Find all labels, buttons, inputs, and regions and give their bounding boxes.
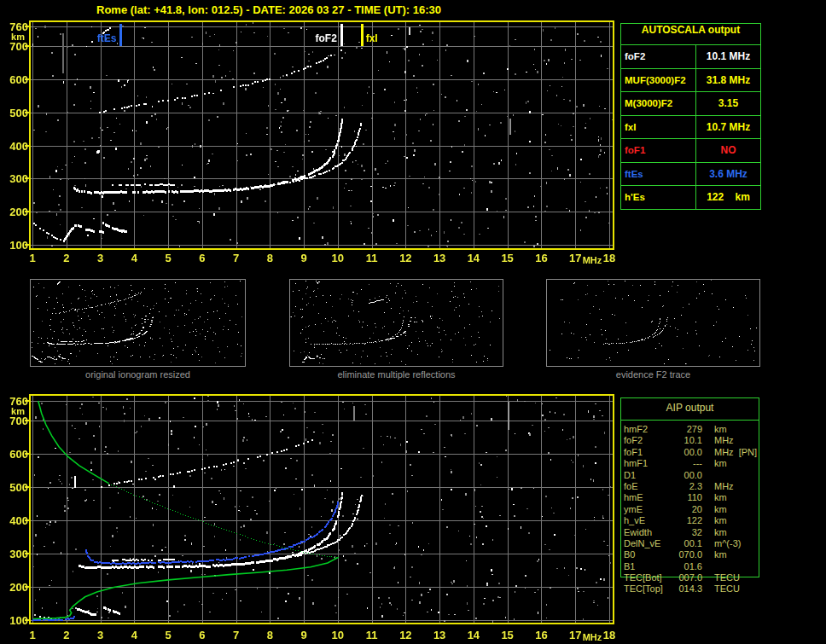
top-ionogram-x-tick-label: 1	[20, 252, 44, 264]
top-ionogram-x-tick-label: 13	[428, 252, 451, 264]
aip-aiplabel-Ewidth: Ewidth	[624, 527, 673, 538]
aip-aipval-h_vE: 122	[673, 515, 702, 526]
bottom-ionogram-x-tick-label: 9	[292, 629, 316, 641]
aip-aipval-hmF1: ---	[673, 458, 702, 469]
bottom-ionogram-x-tick-label: 13	[428, 629, 451, 641]
bottom-ionogram-y-tick-label: 500	[0, 481, 28, 494]
top-ionogram-canvas	[21, 17, 619, 256]
autoscala-param-label: ftEs	[621, 163, 696, 186]
thumbnail-eliminate-canvas	[290, 280, 503, 366]
top-ionogram-x-tick-label: 10	[326, 252, 350, 264]
autoscala-row-M(3000)F2: M(3000)F23.15	[621, 92, 760, 116]
aip-aipunit-DelN_vE: m^(-3)	[702, 538, 759, 549]
aip-aiplabel-ymE: ymE	[624, 504, 673, 515]
top-ionogram-x-tick-label: 5	[156, 252, 180, 264]
marker-label-foF2: foF2	[286, 32, 337, 44]
autoscala-param-label: foF2	[621, 45, 696, 68]
bottom-ionogram-x-tick-label: 2	[55, 629, 79, 641]
thumbnail-f2-canvas	[547, 280, 759, 366]
autoscala-param-label: h'Es	[621, 186, 696, 209]
aip-aipunit-B1	[702, 561, 759, 572]
aip-aipunit-hmF2: km	[702, 424, 759, 435]
aip-aipunit-D1	[702, 470, 759, 481]
autoscala-param-label: M(3000)F2	[621, 92, 696, 115]
aip-aiplabel-TEC[Bot]: TEC[Bot]	[624, 572, 673, 583]
autoscala-row-h'Es: h'Es122 km	[621, 186, 760, 209]
aip-aipunit-TEC[Bot]: TECU	[702, 572, 759, 583]
top-ionogram-y-tick-label: 300	[0, 172, 28, 185]
autoscala-rows: foF210.1 MHzMUF(3000)F231.8 MHzM(3000)F2…	[621, 45, 760, 209]
bottom-ionogram-y-axis-unit: km	[0, 406, 25, 416]
aip-aipunit-hmE: km	[702, 492, 759, 503]
bottom-ionogram-x-tick-label: 6	[190, 629, 214, 641]
bottom-ionogram-x-tick-label: 7	[224, 629, 248, 641]
aip-aipval-B1: 01.6	[673, 561, 702, 572]
aip-aipval-foF1: 00.0	[673, 447, 702, 458]
aip-aiplabel-foE: foE	[624, 481, 673, 492]
top-ionogram-x-tick-label: 6	[190, 252, 214, 264]
aip-aipunit-ymE: km	[702, 504, 759, 515]
autoscala-param-value: 122 km	[696, 186, 760, 209]
aip-aipunit-Ewidth: km	[702, 527, 759, 538]
bottom-ionogram-canvas	[21, 389, 619, 631]
aip-aipunit-TEC[Top]: TECU	[702, 583, 759, 595]
bottom-ionogram-y-tick-label: 200	[0, 581, 28, 594]
autoscala-row-ftEs: ftEs3.6 MHz	[621, 163, 760, 187]
aip-aipval-foF2: 10.1	[673, 435, 702, 446]
bottom-ionogram-y-tick-label: 700	[0, 415, 28, 427]
top-ionogram-x-tick-label: 11	[360, 252, 384, 264]
autoscala-screen: Rome (lat: +41.8, lon: 012.5) - DATE: 20…	[0, 0, 826, 644]
autoscala-param-value: NO	[696, 139, 760, 162]
bottom-ionogram-x-axis-unit: MHz	[579, 632, 605, 642]
autoscala-param-label: MUF(3000)F2	[621, 69, 696, 92]
bottom-ionogram-x-tick-label: 16	[529, 629, 553, 641]
autoscala-row-foF1: foF1NO	[621, 139, 760, 163]
autoscala-param-value: 31.8 MHz	[696, 69, 760, 92]
aip-aipunit-hmF1: km	[702, 458, 759, 469]
autoscala-param-value: 3.15	[696, 92, 760, 115]
thumbnail-eliminate-reflections	[289, 279, 503, 367]
aip-aipval-TEC[Bot]: 007.0	[673, 572, 702, 583]
bottom-ionogram-x-tick-label: 12	[393, 629, 417, 641]
autoscala-param-label: foF1	[621, 139, 696, 162]
aip-aipval-D1: 00.0	[673, 470, 702, 481]
top-ionogram-y-tick-label: 500	[0, 107, 28, 119]
aip-aiplabel-hmF1: hmF1	[624, 458, 673, 469]
aip-rows: hmF2279kmfoF210.1MHzfoF100.0MHz [PN]hmF1…	[624, 424, 759, 595]
aip-aipunit-h_vE: km	[702, 515, 759, 526]
bottom-ionogram-y-tick-label: 100	[0, 614, 28, 627]
top-ionogram-y-axis-unit: km	[0, 32, 25, 42]
aip-aipunit-foF1: MHz [PN]	[702, 447, 759, 458]
aip-aipval-TEC[Top]: 014.3	[673, 583, 702, 595]
top-ionogram-x-tick-label: 7	[224, 252, 248, 264]
bottom-ionogram-x-tick-label: 14	[462, 629, 486, 641]
autoscala-param-value: 10.7 MHz	[696, 116, 760, 139]
aip-header-divider	[621, 420, 759, 421]
aip-aiplabel-D1: D1	[624, 470, 673, 481]
bottom-ionogram-x-tick-label: 11	[360, 629, 384, 641]
aip-aipval-ymE: 20	[673, 504, 702, 515]
autoscala-table: AUTOSCALA output foF210.1 MHzMUF(3000)F2…	[620, 23, 761, 210]
top-ionogram-x-tick-label: 2	[55, 252, 79, 264]
top-ionogram-y-tick-label: 100	[0, 239, 28, 252]
thumbnail-f2-trace	[546, 279, 760, 367]
top-ionogram-y-tick-label: 600	[0, 73, 28, 86]
bottom-ionogram-x-tick-label: 15	[496, 629, 520, 641]
top-ionogram-x-axis-unit: MHz	[579, 255, 605, 265]
aip-aiplabel-DelN_vE: DelN_vE	[624, 538, 673, 549]
top-ionogram-x-tick-label: 4	[122, 252, 146, 264]
bottom-ionogram-x-tick-label: 8	[258, 629, 282, 641]
bottom-ionogram-x-tick-label: 10	[326, 629, 350, 641]
bottom-ionogram-x-tick-label: 1	[20, 629, 44, 641]
autoscala-row-foF2: foF210.1 MHz	[621, 45, 760, 69]
top-ionogram-y-tick-label: 700	[0, 40, 28, 53]
aip-aipval-Ewidth: 32	[673, 527, 702, 538]
aip-aiplabel-B0: B0	[624, 549, 673, 560]
page-title: Rome (lat: +41.8, lon: 012.5) - DATE: 20…	[0, 3, 538, 16]
caption-original-ionogram: original ionogram resized	[30, 369, 246, 380]
bottom-ionogram-x-tick-label: 5	[156, 629, 180, 641]
caption-f2-trace: evidence F2 trace	[546, 369, 760, 380]
autoscala-row-fxI: fxI10.7 MHz	[621, 116, 760, 140]
top-ionogram-y-tick-label: 400	[0, 140, 28, 153]
caption-eliminate-reflections: eliminate multiple reflections	[289, 369, 503, 380]
